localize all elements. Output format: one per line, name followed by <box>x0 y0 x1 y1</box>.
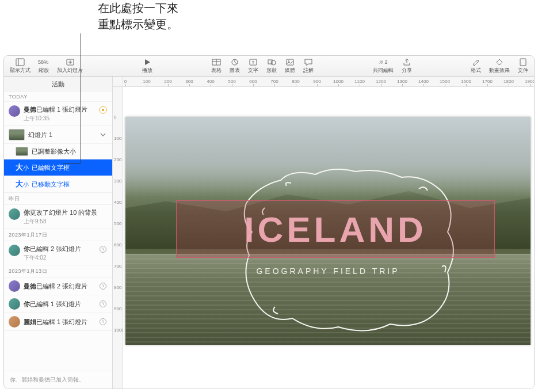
text-size-icon: 大小 <box>16 162 28 173</box>
slide-thumbnail <box>9 129 25 140</box>
callout-text: 在此處按一下來 重點標示變更。 <box>98 0 178 32</box>
animate-button[interactable]: 動畫效果 <box>486 58 513 74</box>
svg-point-12 <box>271 60 276 65</box>
activity-time: 下午4:02 <box>24 254 95 262</box>
chart-icon <box>230 58 239 66</box>
canvas-area: 0100200300400500600700800900100011001200… <box>113 77 534 389</box>
ruler-corner <box>113 77 123 87</box>
play-icon <box>143 58 152 66</box>
toolbar: 顯示方式 58% 縮放 加入幻燈片 播放 表格 圖表 T 文字 形狀 媒體 註解… <box>4 56 534 77</box>
avatar <box>9 316 20 328</box>
view-button[interactable]: 顯示方式 <box>6 58 34 74</box>
activity-entry[interactable]: 曼德已編輯 2 張幻燈片 <box>4 277 112 295</box>
shape-button[interactable]: 形狀 <box>263 58 280 74</box>
title-text-box[interactable]: ICELAND <box>176 200 495 258</box>
activity-entry[interactable]: 你更改了幻燈片 10 的背景 上午9:58 <box>4 205 112 229</box>
share-button[interactable]: 分享 <box>398 58 415 74</box>
shape-icon <box>267 58 276 66</box>
chevron-down-icon <box>98 130 108 139</box>
text-button[interactable]: T 文字 <box>245 58 262 74</box>
document-button[interactable]: 文件 <box>514 58 532 74</box>
media-button[interactable]: 媒體 <box>281 58 299 74</box>
svg-text:T: T <box>252 60 255 65</box>
activity-text: 曼德已編輯 1 張幻燈片 <box>24 105 95 114</box>
svg-rect-11 <box>268 60 272 64</box>
callout-leader-line <box>81 33 81 163</box>
slide[interactable]: ICELAND GEOGRAPHY FIELD TRIP <box>125 117 531 345</box>
activity-text: 你已編輯 1 張幻燈片 <box>24 300 95 309</box>
comment-button[interactable]: 註解 <box>300 58 317 74</box>
svg-point-15 <box>380 60 381 62</box>
zoom-value: 58% <box>39 58 48 66</box>
play-button[interactable]: 播放 <box>139 58 156 74</box>
activity-entry[interactable]: 麗娟已編輯 1 張幻燈片 <box>4 313 112 331</box>
media-icon <box>285 58 295 66</box>
sidebar-icon <box>16 58 25 66</box>
svg-point-14 <box>288 60 289 62</box>
live-badge-icon <box>98 105 108 115</box>
clock-icon <box>98 317 108 326</box>
activity-entry[interactable]: 你已編輯 2 張幻燈片 下午4:02 <box>4 241 112 265</box>
clock-icon <box>98 281 108 291</box>
text-icon: T <box>249 58 258 66</box>
chart-button[interactable]: 圖表 <box>226 58 243 74</box>
activity-text: 你已編輯 2 張幻燈片 <box>24 245 95 253</box>
document-icon <box>518 58 528 66</box>
table-button[interactable]: 表格 <box>208 58 225 74</box>
avatar <box>9 208 20 220</box>
avatar <box>9 298 20 310</box>
format-button[interactable]: 格式 <box>467 58 484 74</box>
svg-rect-0 <box>16 59 24 66</box>
activity-time: 上午9:58 <box>24 218 108 226</box>
sidebar-title: 活動 <box>4 77 112 92</box>
slide-thumbnail <box>16 147 28 156</box>
text-size-icon: 大小 <box>16 179 28 189</box>
activity-entry[interactable]: 你已編輯 1 張幻燈片 <box>4 295 112 313</box>
diamond-icon <box>495 58 504 66</box>
horizontal-ruler[interactable]: 0100200300400500600700800900100011001200… <box>123 77 534 87</box>
zoom-select[interactable]: 58% 縮放 <box>35 58 52 74</box>
activity-child-edit-text[interactable]: 大小 已編輯文字框 <box>4 159 112 176</box>
section-date: 2023年1月17日 <box>4 229 112 241</box>
activity-child-resize[interactable]: 已調整影像大小 <box>4 144 112 159</box>
slide-title: ICELAND <box>244 209 427 250</box>
sidebar-footer: 你、麗娟和曼德已加入簡報。 <box>4 371 112 389</box>
avatar <box>9 105 20 117</box>
slide-canvas[interactable]: ICELAND GEOGRAPHY FIELD TRIP <box>123 87 534 389</box>
section-yesterday: 昨日 <box>4 193 112 205</box>
table-icon <box>212 58 221 66</box>
slide-disclosure[interactable]: 幻燈片 1 <box>4 126 112 144</box>
activity-text: 曼德已編輯 2 張幻燈片 <box>24 282 95 291</box>
activity-child-move-text[interactable]: 大小 已移動文字框 <box>4 176 112 193</box>
app-window: 顯示方式 58% 縮放 加入幻燈片 播放 表格 圖表 T 文字 形狀 媒體 註解… <box>3 55 535 389</box>
svg-point-16 <box>381 60 383 62</box>
activity-text: 麗娟已編輯 1 張幻燈片 <box>24 318 95 326</box>
help-callout: 在此處按一下來 重點標示變更。 <box>98 0 178 32</box>
collaborate-button[interactable]: 2 共同編輯 <box>369 58 397 74</box>
vertical-ruler[interactable]: 01002003004005006007008009001000 <box>113 87 123 389</box>
clock-icon <box>98 245 108 254</box>
activity-time: 上午10:35 <box>24 115 95 123</box>
activity-entry[interactable]: 曼德已編輯 1 張幻燈片 上午10:35 <box>4 102 112 126</box>
avatar <box>9 280 20 292</box>
avatar <box>9 245 20 256</box>
share-icon <box>402 58 411 66</box>
activity-sidebar: 活動 TODAY 曼德已編輯 1 張幻燈片 上午10:35 幻燈片 1 已調整影… <box>4 77 113 389</box>
people-icon: 2 <box>379 58 388 66</box>
section-today: TODAY <box>4 92 112 102</box>
clock-icon <box>98 299 108 309</box>
section-date: 2023年1月13日 <box>4 265 112 277</box>
comment-icon <box>304 58 313 66</box>
brush-icon <box>471 58 480 66</box>
add-slide-button[interactable]: 加入幻燈片 <box>54 58 86 74</box>
plus-icon <box>66 58 75 66</box>
slide-subtitle[interactable]: GEOGRAPHY FIELD TRIP <box>125 267 531 276</box>
svg-rect-17 <box>520 59 526 66</box>
svg-point-19 <box>102 109 104 111</box>
activity-text: 你更改了幻燈片 10 的背景 <box>24 208 108 217</box>
